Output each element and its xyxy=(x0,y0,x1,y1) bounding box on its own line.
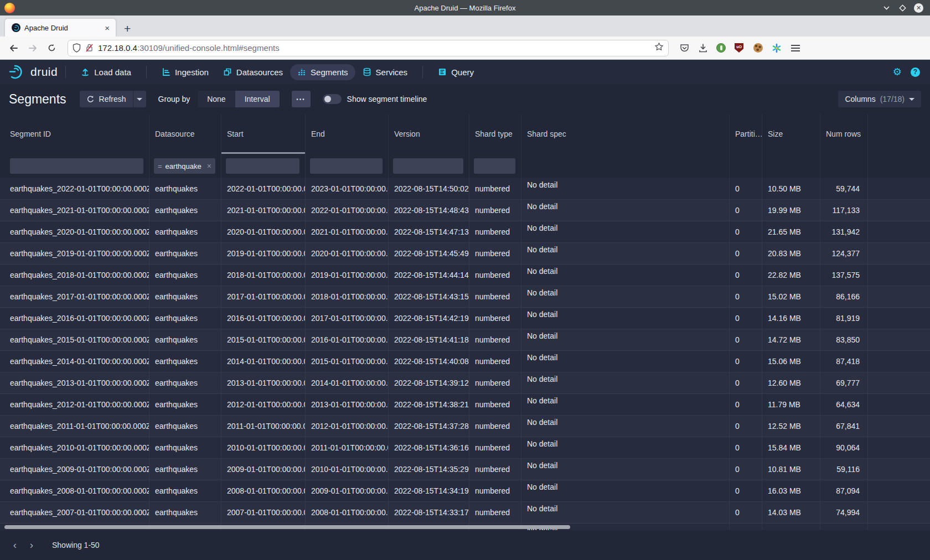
cell-shard-type: numbered xyxy=(469,502,521,523)
more-options-button[interactable]: ••• xyxy=(292,91,311,107)
nav-services[interactable]: Services xyxy=(355,64,415,80)
minimize-icon[interactable] xyxy=(882,3,891,12)
shield-icon[interactable] xyxy=(73,43,81,53)
query-icon xyxy=(438,68,447,76)
segment-timeline-toggle[interactable] xyxy=(323,94,342,104)
shard-type-filter-input[interactable] xyxy=(474,158,515,174)
table-row[interactable]: earthquakes_2022-01-01T00:00:00.000Z_2…e… xyxy=(0,178,930,200)
pocket-icon[interactable] xyxy=(679,43,690,54)
table-row[interactable]: earthquakes_2016-01-01T00:00:00.000Z_2…e… xyxy=(0,308,930,329)
table-row[interactable]: earthquakes_2008-01-01T00:00:00.000Z_2…e… xyxy=(0,480,930,502)
settings-gear-icon[interactable]: ⚙ xyxy=(893,67,902,77)
cell-end: 2023-01-01T00:00:00.0… xyxy=(306,178,389,199)
columns-button[interactable]: Columns (17/18) xyxy=(838,91,921,107)
menu-icon[interactable] xyxy=(790,43,801,54)
help-icon[interactable]: ? xyxy=(911,68,920,77)
cell-id: earthquakes_2011-01-01T00:00:00.000Z_2… xyxy=(0,416,149,437)
datasource-filter-input[interactable]: = earthquake × xyxy=(154,158,215,174)
nav-datasources[interactable]: Datasources xyxy=(216,64,290,80)
cell-overflow xyxy=(868,221,930,242)
start-filter-input[interactable] xyxy=(226,158,299,174)
bookmark-star-icon[interactable] xyxy=(654,42,664,54)
col-header-shard-spec[interactable]: Shard spec xyxy=(521,114,730,154)
col-header-start[interactable]: Start xyxy=(221,114,306,154)
cell-datasource: earthquakes xyxy=(149,502,221,523)
table-row[interactable]: earthquakes_2021-01-01T00:00:00.000Z_2…e… xyxy=(0,200,930,221)
col-header-size[interactable]: Size xyxy=(762,114,820,154)
maximize-icon[interactable] xyxy=(898,3,907,12)
scrollbar-thumb[interactable] xyxy=(4,525,570,529)
insecure-lock-icon[interactable] xyxy=(85,43,94,53)
cell-shard-type: numbered xyxy=(469,308,521,329)
asterisk-extension-icon[interactable] xyxy=(771,43,782,54)
col-header-overflow xyxy=(868,114,930,154)
cell-shard-type: numbered xyxy=(469,372,521,393)
table-row[interactable]: earthquakes_2020-01-01T00:00:00.000Z_2…e… xyxy=(0,221,930,243)
cell-start: 2015-01-01T00:00:00.0… xyxy=(221,329,306,350)
table-row[interactable]: earthquakes_2011-01-01T00:00:00.000Z_2…e… xyxy=(0,416,930,437)
nav-segments[interactable]: Segments xyxy=(290,64,355,80)
reload-icon[interactable] xyxy=(43,40,60,56)
cell-size: 21.65 MB xyxy=(762,221,820,242)
nav-query[interactable]: Query xyxy=(431,64,481,80)
table-row[interactable]: earthquakes_2019-01-01T00:00:00.000Z_2…e… xyxy=(0,243,930,265)
table-row[interactable]: earthquakes_2015-01-01T00:00:00.000Z_2…e… xyxy=(0,329,930,351)
table-row[interactable]: earthquakes_2018-01-01T00:00:00.000Z_2…e… xyxy=(0,265,930,286)
tab-close-icon[interactable]: × xyxy=(103,23,111,33)
col-header-segment-id[interactable]: Segment ID xyxy=(0,114,149,154)
close-icon[interactable]: ✕ xyxy=(914,3,923,13)
cookie-extension-icon[interactable] xyxy=(752,43,763,54)
table-row[interactable]: earthquakes_2010-01-01T00:00:00.000Z_2…e… xyxy=(0,437,930,459)
cell-id: earthquakes_2010-01-01T00:00:00.000Z_2… xyxy=(0,437,149,458)
table-row[interactable]: earthquakes_2017-01-01T00:00:00.000Z_2…e… xyxy=(0,286,930,308)
cell-shard-spec: No detail xyxy=(521,416,730,437)
url-bar[interactable]: 172.18.0.4:30109/unified-console.html#se… xyxy=(68,40,669,56)
cell-end: 2020-01-01T00:00:00.0… xyxy=(306,243,389,264)
forward-icon[interactable] xyxy=(24,40,41,56)
columns-count: (17/18) xyxy=(880,95,905,103)
cell-end: 2016-01-01T00:00:00.0… xyxy=(306,329,389,350)
downloads-icon[interactable] xyxy=(698,43,709,54)
table-row[interactable]: earthquakes_2012-01-01T00:00:00.000Z_2…e… xyxy=(0,394,930,416)
nav-divider xyxy=(65,66,66,78)
segment-id-filter-input[interactable] xyxy=(10,158,143,174)
prev-page-icon[interactable]: ‹ xyxy=(7,537,23,553)
tab-apache-druid[interactable]: Apache Druid × xyxy=(4,18,116,37)
col-header-num-rows[interactable]: Num rows xyxy=(820,114,868,154)
nav-label: Ingestion xyxy=(175,68,209,77)
table-row[interactable]: earthquakes_2014-01-01T00:00:00.000Z_2…e… xyxy=(0,351,930,372)
nav-load-data[interactable]: Load data xyxy=(74,64,138,80)
druid-navbar: druid Load data Ingestion Datasources Se… xyxy=(0,60,930,84)
cell-partition: 0 xyxy=(730,286,762,307)
cell-shard-spec: No detail xyxy=(521,178,730,199)
next-page-icon[interactable]: › xyxy=(23,537,40,553)
druid-logo[interactable]: druid xyxy=(8,64,58,80)
horizontal-scrollbar[interactable] xyxy=(0,525,930,530)
end-filter-input[interactable] xyxy=(310,158,383,174)
table-row[interactable]: earthquakes_2013-01-01T00:00:00.000Z_2…e… xyxy=(0,372,930,394)
group-by-interval-button[interactable]: Interval xyxy=(235,91,280,107)
cell-version: 2022-08-15T14:45:49.1… xyxy=(389,243,469,264)
group-by-none-button[interactable]: None xyxy=(198,91,235,107)
col-header-version[interactable]: Version xyxy=(389,114,469,154)
col-header-shard-type[interactable]: Shard type xyxy=(469,114,521,154)
load-data-icon xyxy=(81,68,90,76)
version-filter-input[interactable] xyxy=(393,158,463,174)
table-row[interactable]: earthquakes_2007-01-01T00:00:00.000Z_2…e… xyxy=(0,502,930,523)
remove-filter-icon[interactable]: × xyxy=(207,162,211,170)
cell-id: earthquakes_2012-01-01T00:00:00.000Z_2… xyxy=(0,394,149,415)
back-icon[interactable] xyxy=(6,40,22,56)
table-header-row: Segment ID Datasource Start End Version … xyxy=(0,114,930,154)
refresh-dropdown-button[interactable] xyxy=(133,91,146,107)
col-header-datasource[interactable]: Datasource xyxy=(149,114,221,154)
new-tab-button[interactable]: + xyxy=(124,23,131,34)
cell-version: 2022-08-15T14:42:19.7… xyxy=(389,308,469,329)
col-header-end[interactable]: End xyxy=(306,114,389,154)
refresh-button[interactable]: Refresh xyxy=(80,91,133,107)
col-header-partition[interactable]: Partiti… xyxy=(730,114,762,154)
ublock-icon[interactable]: uO xyxy=(733,43,745,54)
cell-id: earthquakes_2008-01-01T00:00:00.000Z_2… xyxy=(0,480,149,501)
extension-green-icon[interactable] xyxy=(716,43,726,53)
nav-ingestion[interactable]: Ingestion xyxy=(154,64,216,80)
table-row[interactable]: earthquakes_2009-01-01T00:00:00.000Z_2…e… xyxy=(0,459,930,480)
